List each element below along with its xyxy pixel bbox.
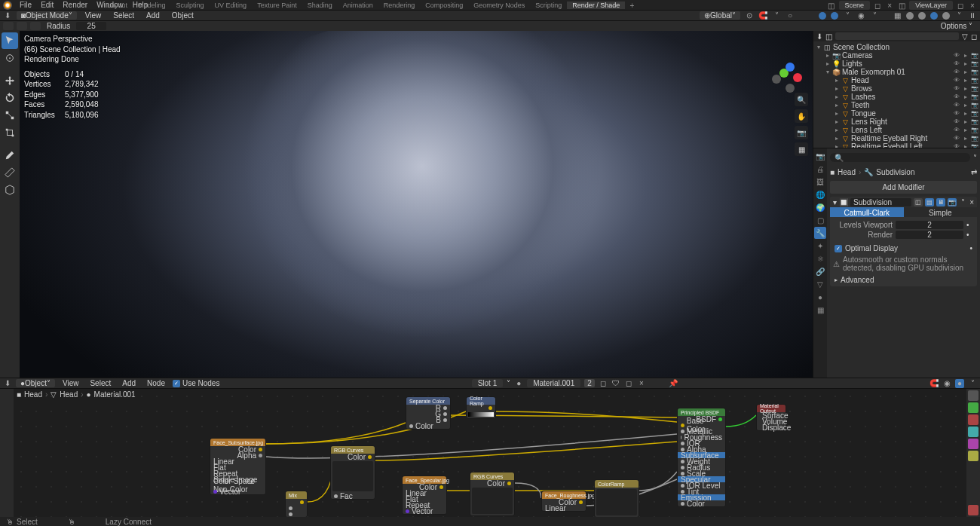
pause-icon[interactable]: ⏸	[968, 11, 977, 20]
workspace-scripting[interactable]: Scripting	[530, 2, 567, 9]
modifier-extras-icon[interactable]: ˅	[959, 198, 967, 206]
menu-render[interactable]: Render	[58, 1, 92, 9]
pivot-icon[interactable]: ⊙	[745, 11, 754, 20]
node-select-menu[interactable]: Select	[86, 379, 115, 387]
material-new-icon[interactable]: ◻	[624, 379, 633, 388]
snap-icon[interactable]: 🧲	[758, 11, 767, 20]
outliner-item-lens-right[interactable]: ▸▽Lens Right👁▸📷	[813, 118, 980, 126]
object-menu[interactable]: Object	[168, 11, 198, 20]
subdiv-catmull-tab[interactable]: Catmull-Clark	[830, 207, 904, 217]
tool-measure[interactable]	[2, 164, 18, 181]
viewlayer-new-icon[interactable]: ◻	[956, 1, 965, 10]
node-canvas[interactable]: Face_Subsurface.jpg Color Alpha Linear F…	[14, 389, 966, 517]
material-slot[interactable]: Slot 1	[472, 379, 504, 387]
node-tab-group[interactable]	[968, 439, 978, 449]
outliner-item-lights[interactable]: ▸💡Lights👁▸📷	[813, 60, 980, 68]
prop-tab-constraints[interactable]: 🔗	[814, 265, 826, 277]
levels-render-value[interactable]: 2	[896, 231, 963, 239]
node-rgb-curves-1[interactable]: RGB Curves Color Fac	[330, 445, 375, 500]
workspace-geometry-nodes[interactable]: Geometry Nodes	[468, 2, 530, 9]
tool-annotate[interactable]	[2, 147, 18, 164]
overlay-options-icon[interactable]: ˅	[870, 11, 879, 20]
tool-cursor[interactable]	[2, 50, 18, 66]
node-tab-wrangler[interactable]	[968, 505, 978, 515]
zoom-icon[interactable]: 🔍	[795, 93, 808, 106]
outliner-item-tongue[interactable]: ▸▽Tongue👁▸📷	[813, 109, 980, 118]
gizmo-rotate-icon[interactable]	[831, 12, 838, 20]
scene-icon[interactable]: ◫	[827, 1, 836, 10]
outliner-item-male-exomorph-01[interactable]: ▾📦Male Exomorph 01👁▸📷	[813, 68, 980, 76]
modifier-render-icon[interactable]: 📷	[948, 198, 957, 206]
prop-tab-viewlayer[interactable]: 🖼	[814, 176, 826, 188]
advanced-panel[interactable]: ▸Advanced	[830, 274, 977, 286]
workspace-compositing[interactable]: Compositing	[420, 2, 468, 9]
prop-tab-physics[interactable]: ⚛	[814, 252, 826, 265]
tool-move[interactable]	[2, 72, 18, 89]
material-pin-icon[interactable]: ◻	[599, 379, 608, 388]
proportional-icon[interactable]: ○	[786, 11, 795, 20]
node-mix[interactable]: Mix	[285, 491, 308, 517]
tool-transform[interactable]	[2, 124, 18, 141]
shader-type-dropdown[interactable]: ● Object ˅	[16, 379, 55, 387]
outliner-item-lashes[interactable]: ▸▽Lashes👁▸📷	[813, 93, 980, 101]
workspace-sculpting[interactable]: Sculpting	[171, 2, 210, 9]
outliner-item-lens-left[interactable]: ▸▽Lens Left👁▸📷	[813, 126, 980, 134]
editor-type-icon[interactable]: ⬇	[3, 379, 12, 388]
workspace-animation[interactable]: Animation	[338, 2, 378, 9]
node-material-output[interactable]: Material Output Surface Volume Displace	[756, 404, 786, 431]
node-ramp-2[interactable]: ColorRamp	[594, 479, 639, 517]
overlay-node-icon[interactable]: ◉	[942, 379, 951, 388]
tool-scale[interactable]	[2, 107, 18, 124]
viewlayer-delete-icon[interactable]: ×	[968, 1, 977, 10]
radius-value[interactable]: 25	[76, 22, 106, 30]
modifier-name-field[interactable]: Subdivision	[850, 198, 911, 206]
outliner-type-icon[interactable]: ⬇	[816, 32, 822, 41]
properties-search[interactable]: 🔍	[830, 153, 970, 162]
prop-tab-material[interactable]: ●	[814, 291, 826, 303]
workspace-add[interactable]: +	[625, 2, 639, 10]
outliner-display-icon[interactable]: ◫	[825, 32, 832, 41]
scene-name[interactable]: Scene	[839, 1, 871, 10]
scene-delete-icon[interactable]: ×	[885, 1, 894, 10]
modifier-expand-icon[interactable]: ▾	[833, 198, 837, 206]
prop-tab-mesh[interactable]: ▽	[814, 278, 826, 290]
gizmo-options-icon[interactable]: ˅	[843, 11, 852, 20]
outliner-item-realtime-eyeball-right[interactable]: ▸▽Realtime Eyeball Right👁▸📷	[813, 134, 980, 142]
workspace-uv-editing[interactable]: UV Editing	[210, 2, 253, 9]
shading-material-icon[interactable]	[930, 12, 938, 20]
modifier-edit-icon[interactable]: ▤	[925, 198, 934, 206]
outliner-item-teeth[interactable]: ▸▽Teeth👁▸📷	[813, 101, 980, 109]
node-rgb-curves-2[interactable]: RGB Curves Color	[470, 472, 515, 516]
viewlayer-name[interactable]: ViewLayer	[909, 1, 953, 10]
prop-tab-world[interactable]: 🌍	[814, 201, 826, 213]
outliner-item-realtime-eyeball-left[interactable]: ▸▽Realtime Eyeball Left👁▸📷	[813, 142, 980, 148]
material-name[interactable]: Material.001	[527, 379, 580, 387]
select-menu[interactable]: Select	[109, 11, 138, 20]
optimal-display-checkbox[interactable]: ✓	[835, 245, 842, 252]
prop-tab-output[interactable]: 🖨	[814, 163, 826, 175]
prop-tab-modifiers[interactable]: 🔧	[814, 227, 826, 239]
outliner-new-collection-icon[interactable]: ◻	[971, 32, 977, 41]
view-menu[interactable]: View	[81, 11, 106, 20]
node-sep-color[interactable]: Separate Color R G B Color	[406, 396, 451, 430]
node-tab-view[interactable]	[968, 414, 978, 425]
viewlayer-icon[interactable]: ◫	[897, 1, 906, 10]
viewport[interactable]: Camera Perspective (66) Scene Collection…	[20, 31, 813, 378]
subdiv-simple-tab[interactable]: Simple	[904, 207, 978, 217]
material-delete-icon[interactable]: ×	[637, 379, 646, 388]
node-texture-specular[interactable]: Face_Specular.jpg Color Linear Flat Repe…	[402, 476, 447, 515]
tool-icon-1[interactable]	[3, 22, 14, 30]
outliner-item-cameras[interactable]: ▸📷Cameras👁▸📷	[813, 51, 980, 60]
node-tab-item[interactable]	[968, 390, 978, 401]
orientation-dropdown[interactable]: ⊕ Global ˅	[700, 11, 740, 20]
shading-rendered-icon[interactable]	[942, 12, 950, 20]
menu-file[interactable]: File	[15, 1, 36, 9]
node-tab-options[interactable]	[968, 451, 978, 461]
node-texture-roughness[interactable]: Face_Roughness.jpg Color Linear	[541, 491, 586, 512]
editor-type-icon[interactable]: ⬇	[3, 11, 12, 20]
options-node-icon[interactable]: ˅	[968, 379, 977, 388]
tool-rotate[interactable]	[2, 90, 18, 106]
shading-options-icon[interactable]: ˅	[954, 11, 963, 20]
tool-add-cube[interactable]	[2, 182, 18, 198]
node-tab-tool[interactable]	[968, 402, 978, 413]
